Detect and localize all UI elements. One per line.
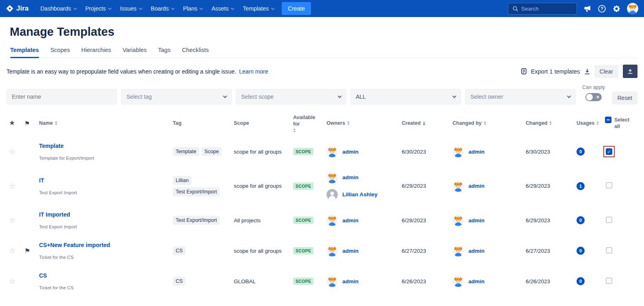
star-icon[interactable]: ☆ xyxy=(9,247,15,255)
sort-icon[interactable] xyxy=(596,121,599,125)
flag-icon: ⚑ xyxy=(24,247,30,254)
select-all-checkbox[interactable] xyxy=(605,117,611,123)
nav-item-plans[interactable]: Plans xyxy=(178,3,207,14)
help-icon[interactable]: ? xyxy=(598,4,606,13)
template-name-link[interactable]: Template xyxy=(39,143,63,149)
nav-item-dashboards[interactable]: Dashboards xyxy=(36,3,81,14)
changed-by-link[interactable]: admin xyxy=(468,278,485,284)
sort-icon[interactable] xyxy=(347,121,350,125)
nav-item-templates[interactable]: Templates xyxy=(238,3,278,14)
nav-item-issues[interactable]: Issues xyxy=(115,3,146,14)
template-name-link[interactable]: IT xyxy=(39,177,44,184)
jira-logo[interactable]: Jira xyxy=(6,4,28,13)
tag-filter-select[interactable]: Select tag xyxy=(121,89,232,104)
global-search[interactable] xyxy=(508,3,577,15)
main-content: Manage Templates TemplatesScopesHierarch… xyxy=(0,25,644,306)
create-button[interactable]: Create xyxy=(282,2,311,15)
changed-by-link[interactable]: admin xyxy=(468,248,485,254)
star-header-icon[interactable]: ★ xyxy=(7,119,15,128)
announcements-megaphone-icon[interactable] xyxy=(583,4,592,13)
owner-link[interactable]: admin xyxy=(342,278,359,284)
owner-link[interactable]: admin xyxy=(342,174,359,180)
scope-filter-select[interactable]: Select scope xyxy=(236,89,346,104)
tab-checklists[interactable]: Checklists xyxy=(182,43,209,58)
reset-button[interactable]: Reset xyxy=(612,91,637,104)
created-date: 6/29/2023 xyxy=(402,178,453,194)
nav-item-boards[interactable]: Boards xyxy=(146,3,178,14)
selection-highlight xyxy=(603,146,615,157)
template-description: Ticket for the CS xyxy=(39,255,169,260)
star-icon[interactable]: ☆ xyxy=(9,277,15,285)
owner-link[interactable]: admin xyxy=(342,217,359,224)
can-apply-toggle[interactable]: × xyxy=(585,93,602,101)
tab-variables[interactable]: Variables xyxy=(122,43,146,58)
clear-button[interactable]: Clear xyxy=(594,65,618,78)
dog-avatar xyxy=(326,146,338,157)
tag-filter-placeholder: Select tag xyxy=(126,93,152,100)
available-for-badge: SCOPE xyxy=(293,278,313,285)
owner-link[interactable]: admin xyxy=(342,248,359,254)
tag-chip[interactable]: CS xyxy=(173,277,185,286)
changed-by-entry: admin xyxy=(453,146,522,157)
row-checkbox[interactable] xyxy=(606,148,612,155)
sort-icon[interactable] xyxy=(549,121,552,125)
tag-chip[interactable]: Scope xyxy=(202,147,222,156)
changed-by-link[interactable]: admin xyxy=(468,217,485,224)
column-header-name: Name xyxy=(39,120,173,126)
owner-link[interactable]: admin xyxy=(342,149,359,155)
flag-header-icon[interactable]: ⚑ xyxy=(24,119,30,128)
name-filter-input[interactable] xyxy=(7,89,117,104)
tab-tags[interactable]: Tags xyxy=(158,43,171,58)
template-name-link[interactable]: CS+New Feature imported xyxy=(39,242,110,248)
tag-chip[interactable]: Template xyxy=(173,147,199,156)
tab-templates[interactable]: Templates xyxy=(10,43,39,58)
project-filter-select[interactable]: ALL xyxy=(350,89,461,104)
download-icon[interactable] xyxy=(584,68,591,75)
owner-link[interactable]: Lillian Ashley xyxy=(342,191,378,197)
changed-by-link[interactable]: admin xyxy=(468,149,485,155)
nav-menu: DashboardsProjectsIssuesBoardsPlansAsset… xyxy=(36,3,278,14)
star-icon[interactable]: ☆ xyxy=(9,182,15,190)
column-header-created: Created xyxy=(402,120,453,126)
tab-scopes[interactable]: Scopes xyxy=(50,43,70,58)
owner-filter-select[interactable]: Select owner xyxy=(465,89,576,104)
sort-icon[interactable] xyxy=(423,121,425,125)
changed-date: 6/27/2023 xyxy=(526,243,577,259)
changed-by-entry: admin xyxy=(453,245,522,256)
tag-chip[interactable]: Test Export/Import xyxy=(173,216,220,225)
tab-hierarchies[interactable]: Hierarchies xyxy=(81,43,111,58)
owner-entry: Lillian Ashley xyxy=(326,189,398,200)
tag-chip[interactable]: CS xyxy=(173,246,185,255)
changed-by-link[interactable]: admin xyxy=(468,183,485,189)
star-icon[interactable]: ☆ xyxy=(9,216,15,224)
sort-icon[interactable] xyxy=(484,121,486,125)
changed-date: 6/26/2023 xyxy=(526,304,577,306)
share-export-button[interactable] xyxy=(623,65,637,78)
row-checkbox[interactable] xyxy=(606,217,612,223)
description-text: Template is an easy way to prepopulate f… xyxy=(7,68,236,75)
template-description: Test Export Import xyxy=(39,190,169,195)
tag-chip[interactable]: Lillian xyxy=(173,176,191,185)
template-name-link[interactable]: CS xyxy=(39,272,47,279)
settings-gear-icon[interactable] xyxy=(612,4,621,13)
sort-icon[interactable] xyxy=(55,121,57,125)
template-name-link[interactable]: IT Imported xyxy=(39,211,70,218)
upload-icon xyxy=(627,68,633,75)
row-checkbox[interactable] xyxy=(606,278,612,284)
search-input[interactable] xyxy=(521,6,572,12)
changed-by-entry: admin xyxy=(453,276,522,287)
column-header-tag: Tag xyxy=(173,120,234,126)
star-icon[interactable]: ☆ xyxy=(9,148,15,156)
nav-item-projects[interactable]: Projects xyxy=(81,3,116,14)
learn-more-link[interactable]: Learn more xyxy=(239,68,268,75)
row-checkbox[interactable] xyxy=(606,182,612,189)
nav-item-assets[interactable]: Assets xyxy=(207,3,238,14)
scope-filter-placeholder: Select scope xyxy=(241,93,274,100)
created-date: 6/28/2023 xyxy=(402,213,453,228)
user-avatar[interactable] xyxy=(627,3,638,14)
sort-icon[interactable] xyxy=(293,128,296,132)
created-date: 6/26/2023 xyxy=(402,273,453,289)
tag-chip[interactable]: Test Export/Import xyxy=(173,187,220,196)
available-for-badge: SCOPE xyxy=(293,148,313,155)
row-checkbox[interactable] xyxy=(606,247,612,254)
